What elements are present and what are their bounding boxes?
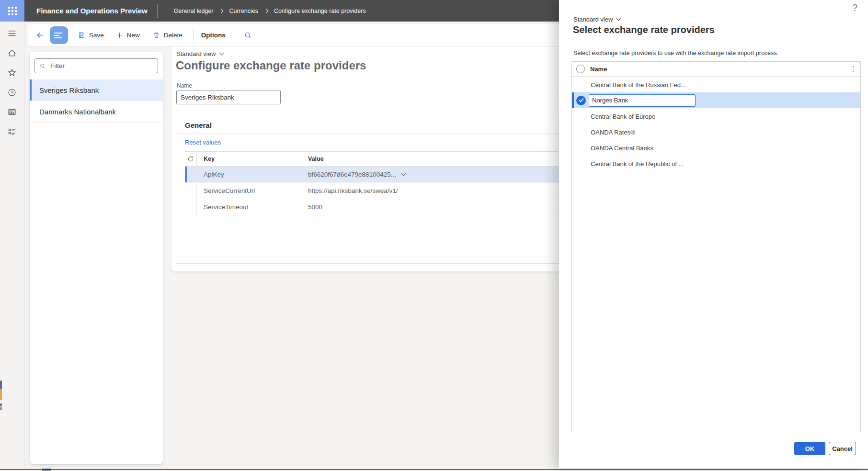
config-key-cell[interactable]: ServiceCurrentUrl	[197, 183, 301, 199]
window-bottom-edge	[0, 469, 868, 470]
row-gutter	[185, 183, 197, 199]
config-value-cell[interactable]: https://api.riksbank.se/swea/v1/	[301, 183, 559, 199]
provider-row[interactable]: OANDA Central Banks	[572, 140, 860, 156]
config-table-row[interactable]: ApiKey bf6620f67d6e479e88100425...	[185, 167, 559, 183]
filter-field[interactable]	[34, 58, 158, 73]
options-menu-button[interactable]: Options	[201, 32, 226, 39]
select-providers-dialog: ? Standard view Select exchange rate pro…	[559, 0, 868, 468]
general-section: General Reset values Key Value ApiKey	[176, 117, 559, 264]
name-column-header: Name	[590, 66, 607, 73]
key-column-header: Key	[197, 152, 301, 166]
provider-row[interactable]: OANDA Rates®	[572, 124, 860, 140]
provider-row-name[interactable]: Central Bank of the Republic of ...	[591, 160, 684, 167]
left-nav-rail	[0, 22, 24, 468]
new-label: New	[127, 32, 140, 39]
config-table-rows: ApiKey bf6620f67d6e479e88100425... Servi…	[185, 167, 559, 215]
recent-clock-icon[interactable]	[7, 87, 17, 98]
provider-row[interactable]: Central Bank of the Russian Fed...	[572, 77, 860, 92]
row-gutter	[185, 199, 197, 215]
general-section-heading: General	[176, 117, 559, 134]
chevron-down-icon	[617, 16, 621, 21]
config-value-cell[interactable]: 5000	[301, 199, 559, 215]
config-key-text: ServiceCurrentUrl	[204, 187, 255, 194]
main-form-card: Standard view Configure exchange rate pr…	[171, 46, 564, 271]
provider-row-name[interactable]: Central Bank of Europe	[591, 112, 655, 120]
trash-icon	[152, 31, 160, 39]
provider-list-panel: Sveriges Riksbank Danmarks Nationalbank	[30, 52, 163, 464]
breadcrumb-chevron-icon	[263, 9, 268, 13]
save-label: Save	[89, 32, 104, 39]
config-table-row[interactable]: ServiceTimeout 5000	[185, 199, 559, 215]
edge-artifact	[0, 389, 2, 400]
waffle-icon	[8, 7, 17, 15]
search-icon	[39, 63, 46, 69]
dialog-title: Select exchange rate providers	[573, 24, 715, 35]
config-key-cell[interactable]: ServiceTimeout	[197, 199, 301, 215]
edge-artifact	[0, 404, 2, 406]
select-all-radio[interactable]	[576, 65, 585, 73]
value-dropdown-icon[interactable]	[401, 171, 406, 176]
new-button[interactable]: New	[115, 31, 140, 39]
provider-row[interactable]: Central Bank of the Republic of ...	[572, 156, 860, 171]
config-value-text: https://api.riksbank.se/swea/v1/	[308, 187, 398, 194]
provider-row[interactable]: Central Bank of Europe	[572, 108, 860, 124]
provider-row-name[interactable]: OANDA Central Banks	[591, 144, 653, 151]
breadcrumb-item[interactable]: Configure exchange rate providers	[274, 8, 366, 14]
workspaces-icon[interactable]	[7, 107, 17, 117]
breadcrumb-chevron-icon	[219, 9, 224, 13]
topbar-divider	[157, 4, 158, 18]
breadcrumb-item[interactable]: Currencies	[229, 8, 258, 14]
config-table: Key Value ApiKey bf6620f67d6e479e8810042…	[185, 151, 559, 215]
selected-check-icon[interactable]	[576, 96, 586, 105]
dialog-view-switcher[interactable]: Standard view	[573, 16, 620, 23]
home-icon[interactable]	[7, 48, 17, 58]
provider-list-item-label: Sveriges Riksbank	[39, 86, 99, 94]
refresh-icon[interactable]	[185, 152, 197, 166]
back-arrow-button[interactable]	[35, 30, 45, 40]
favorites-star-icon[interactable]	[7, 67, 17, 78]
provider-row-name[interactable]: OANDA Rates®	[591, 128, 635, 135]
provider-list: Sveriges Riksbank Danmarks Nationalbank	[30, 79, 163, 123]
name-field-label: Name	[177, 82, 192, 89]
delete-label: Delete	[164, 32, 183, 39]
delete-button[interactable]: Delete	[152, 31, 183, 39]
config-key-cell[interactable]: ApiKey	[197, 167, 301, 182]
config-key-text: ServiceTimeout	[204, 203, 248, 211]
ok-button[interactable]: OK	[794, 442, 825, 455]
page-title: Configure exchange rate providers	[176, 59, 366, 72]
app-launcher-button[interactable]	[0, 0, 24, 22]
list-pane-toggle-button[interactable]	[50, 26, 68, 44]
menu-icon[interactable]	[7, 28, 17, 39]
help-icon[interactable]: ?	[852, 2, 857, 13]
chevron-down-icon	[219, 51, 224, 56]
config-value-cell[interactable]: bf6620f67d6e479e88100425...	[301, 167, 559, 182]
window-bottom-accent	[42, 469, 51, 471]
app-title: Finance and Operations Preview	[36, 7, 148, 15]
provider-row-name[interactable]: Central Bank of the Russian Fed...	[591, 81, 686, 88]
filter-input[interactable]	[49, 62, 158, 70]
providers-rows: Central Bank of the Russian Fed... Norge…	[572, 77, 860, 171]
provider-row-name[interactable]: Norges Bank	[589, 94, 696, 107]
providers-table-header: Name	[572, 62, 860, 77]
modules-list-icon[interactable]	[7, 126, 17, 137]
main-view-switcher[interactable]: Standard view	[176, 50, 223, 57]
name-input[interactable]	[176, 90, 281, 104]
config-key-text: ApiKey	[204, 171, 224, 178]
kebab-menu-icon[interactable]	[851, 65, 856, 74]
provider-list-item[interactable]: Danmarks Nationalbank	[30, 101, 163, 123]
reset-values-link[interactable]: Reset values	[185, 139, 221, 146]
config-table-row[interactable]: ServiceCurrentUrl https://api.riksbank.s…	[185, 183, 559, 199]
provider-row[interactable]: Norges Bank	[572, 92, 860, 108]
edge-artifact	[0, 381, 2, 389]
toolbar-search-icon[interactable]	[244, 31, 252, 40]
save-button[interactable]: Save	[78, 31, 104, 39]
providers-table: Name Central Bank of the Russian Fed... …	[571, 61, 861, 432]
config-table-header: Key Value	[185, 151, 559, 167]
dialog-description: Select exchange rate providers to use wi…	[573, 50, 778, 56]
provider-list-item[interactable]: Sveriges Riksbank	[30, 79, 163, 101]
cancel-button[interactable]: Cancel	[829, 442, 856, 455]
value-column-header: Value	[301, 152, 559, 166]
breadcrumb-item[interactable]: General ledger	[174, 8, 214, 14]
toolbar-divider	[193, 29, 194, 42]
action-toolbar: Save New Delete Options	[28, 24, 564, 46]
